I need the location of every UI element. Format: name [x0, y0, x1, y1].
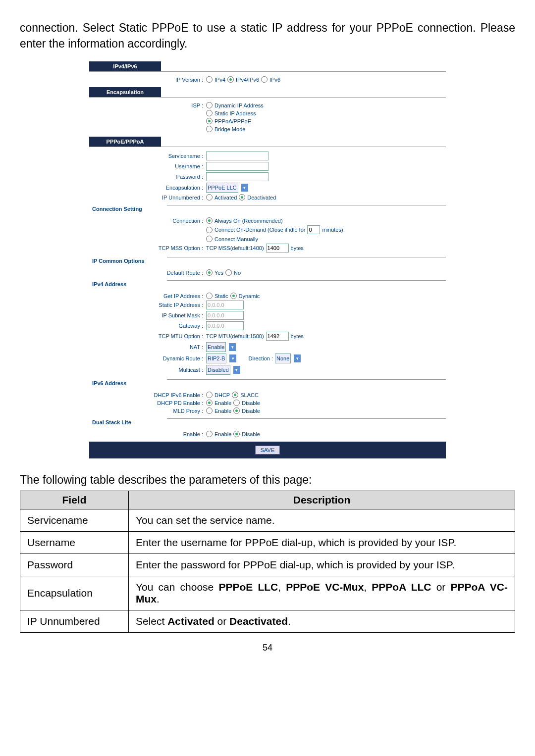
opt-mld-disable: Disable: [242, 408, 260, 414]
opt-deactivated: Deactivated: [247, 195, 276, 201]
radio-mld-disable[interactable]: [233, 407, 240, 414]
section-ipv4addr: IPv4 Address: [89, 280, 167, 288]
section-ipv6addr: IPv6 Address: [89, 379, 167, 387]
tcpmtu-input[interactable]: [266, 332, 289, 341]
direction-select[interactable]: None: [275, 353, 291, 363]
radio-mld-enable[interactable]: [206, 407, 213, 414]
page-number: 54: [20, 643, 515, 653]
radio-slacc[interactable]: [232, 392, 238, 398]
cell-field: Username: [20, 532, 129, 554]
opt-static-ip: Static IP Address: [214, 110, 256, 116]
conn-label: Connection :: [89, 218, 206, 224]
multicast-label: Multicast :: [89, 367, 206, 373]
cell-desc: You can choose PPPoE LLC, PPPoE VC-Mux, …: [129, 576, 515, 610]
getip-label: Get IP Address :: [89, 293, 206, 299]
chevron-down-icon[interactable]: ▾: [229, 343, 236, 351]
table-row: Encapsulation You can choose PPPoE LLC, …: [20, 576, 515, 610]
ipun-label: IP Unnumbered :: [89, 195, 206, 201]
tcpmtu-label: TCP MTU Option :: [89, 333, 206, 339]
radio-getip-static[interactable]: [206, 293, 213, 299]
direction-label: Direction :: [248, 355, 273, 361]
table-caption: The following table describes the parame…: [20, 473, 515, 487]
section-encapsulation: Encapsulation: [89, 87, 161, 97]
radio-dsl-enable[interactable]: [206, 431, 213, 437]
cell-field: IP Unnumbered: [20, 610, 129, 633]
radio-dhcp[interactable]: [206, 392, 213, 398]
cell-desc: Enter the password for PPPoE dial-up, wh…: [129, 554, 515, 576]
multicast-select[interactable]: Disabled: [206, 365, 230, 375]
opt-ipv6: IPv6: [269, 77, 280, 83]
tcpmss-input[interactable]: [266, 244, 289, 252]
radio-activated[interactable]: [206, 194, 213, 201]
intro-text: connection. Select Static PPPoE to use a…: [20, 20, 515, 51]
radio-bridge[interactable]: [206, 126, 213, 132]
servicename-input[interactable]: [206, 151, 268, 160]
opt-always: Always On (Recommended): [214, 218, 283, 224]
opt-dsl-enable: Enable: [214, 431, 231, 437]
password-input[interactable]: [206, 172, 268, 181]
dynroute-select[interactable]: RIP2-B: [206, 353, 226, 363]
table-row: IP Unnumbered Select Activated or Deacti…: [20, 610, 515, 633]
cell-field: Servicename: [20, 509, 129, 532]
radio-pd-disable[interactable]: [233, 400, 240, 406]
chevron-down-icon[interactable]: ▾: [294, 354, 301, 362]
radio-getip-dynamic[interactable]: [230, 293, 237, 299]
chevron-down-icon[interactable]: ▾: [233, 366, 240, 374]
nat-select[interactable]: Enable: [206, 342, 226, 352]
opt-dhcp: DHCP: [214, 392, 230, 398]
radio-ondemand[interactable]: [206, 227, 213, 233]
dynroute-label: Dynamic Route :: [89, 355, 206, 361]
radio-dynamic-ip[interactable]: [206, 102, 213, 108]
ondemand-input[interactable]: [307, 225, 320, 234]
radio-ipv4ipv6[interactable]: [227, 76, 234, 83]
th-desc: Description: [129, 491, 515, 509]
tcpmss-bytes: bytes: [291, 245, 304, 251]
table-row: Servicename You can set the service name…: [20, 509, 515, 532]
chevron-down-icon[interactable]: ▾: [241, 184, 248, 192]
opt-getip-static: Static: [214, 293, 228, 299]
section-ipv4ipv6: IPv4/IPv6: [89, 61, 161, 71]
gateway-input[interactable]: [206, 321, 244, 330]
isp-label: ISP :: [89, 102, 206, 108]
radio-ipv4[interactable]: [206, 76, 213, 83]
opt-no: No: [234, 270, 241, 276]
opt-bridge: Bridge Mode: [214, 126, 245, 132]
cell-desc: Enter the username for PPPoE dial-up, wh…: [129, 532, 515, 554]
chevron-down-icon[interactable]: ▾: [229, 354, 236, 362]
username-label: Username :: [89, 163, 206, 169]
radio-dsl-disable[interactable]: [233, 431, 240, 437]
radio-deactivated[interactable]: [239, 194, 245, 201]
opt-ondemand-pre: Connect On-Demand (Close if idle for: [214, 227, 305, 233]
encap-select[interactable]: PPPoE LLC: [206, 183, 238, 193]
radio-ipv6[interactable]: [261, 76, 268, 83]
save-button[interactable]: SAVE: [255, 446, 280, 454]
staticip-input[interactable]: [206, 301, 244, 309]
cell-desc: Select Activated or Deactivated.: [129, 610, 515, 633]
opt-getip-dynamic: Dynamic: [239, 293, 260, 299]
radio-manual[interactable]: [206, 236, 213, 242]
tcpmss-pre: TCP MSS(default:1400): [206, 245, 264, 251]
section-ipcommon: IP Common Options: [89, 257, 167, 265]
opt-dsl-disable: Disable: [242, 431, 260, 437]
username-input[interactable]: [206, 162, 268, 171]
encap-label: Encapsulation :: [89, 185, 206, 191]
radio-pppoa[interactable]: [206, 118, 213, 124]
opt-mld-enable: Enable: [214, 408, 231, 414]
config-panel: IPv4/IPv6 IP Version : IPv4 IPv4/IPv6 IP…: [89, 61, 446, 458]
radio-no[interactable]: [225, 269, 232, 276]
radio-pd-enable[interactable]: [206, 400, 213, 406]
radio-yes[interactable]: [206, 269, 213, 276]
opt-both: IPv4/IPv6: [236, 77, 259, 83]
section-dualstack: Dual Stack Lite: [89, 418, 167, 426]
subnet-label: IP Subnet Mask :: [89, 312, 206, 318]
dsl-enable-label: Enable :: [89, 431, 206, 437]
cell-desc: You can set the service name.: [129, 509, 515, 532]
subnet-input[interactable]: [206, 311, 244, 320]
section-pppoe: PPPoE/PPPoA: [89, 137, 161, 147]
gateway-label: Gateway :: [89, 323, 206, 329]
tcpmtu-bytes: bytes: [291, 333, 304, 339]
radio-always[interactable]: [206, 217, 213, 224]
tcpmtu-pre: TCP MTU(default:1500): [206, 333, 264, 339]
tcpmss-label: TCP MSS Option :: [89, 245, 206, 251]
radio-static-ip[interactable]: [206, 110, 213, 116]
